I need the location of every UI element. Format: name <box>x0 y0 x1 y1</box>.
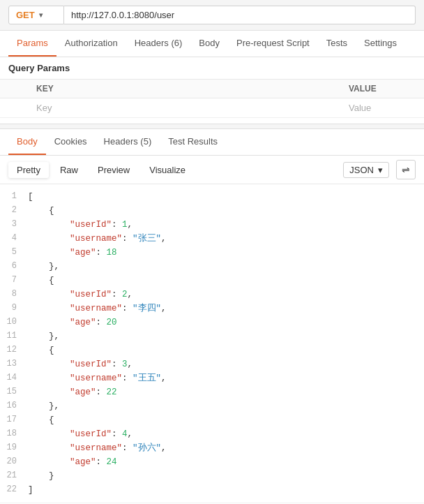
line-content: "age": 22 <box>28 385 117 399</box>
resp-tab-cookies[interactable]: Cookies <box>46 129 96 155</box>
line-content: "userId": 3, <box>28 357 132 371</box>
line-number: 1 <box>3 190 28 203</box>
line-number: 17 <box>3 413 28 427</box>
line-number: 2 <box>3 204 28 217</box>
code-line: 3 "userId": 1, <box>0 218 424 232</box>
code-line: 19 "username": "孙六", <box>0 441 424 455</box>
query-params-label: Query Params <box>0 57 424 79</box>
line-content: "username": "孙六", <box>28 441 167 455</box>
code-line: 9 "username": "李四", <box>0 302 424 316</box>
table-row: Key Value <box>0 98 424 118</box>
line-content: "userId": 4, <box>28 427 132 441</box>
code-line: 7 { <box>0 274 424 288</box>
visualize-button[interactable]: Visualize <box>141 162 194 178</box>
code-line: 14 "username": "王五", <box>0 371 424 385</box>
view-toolbar: Pretty Raw Preview Visualize JSON ▾ ⇌ <box>0 156 424 184</box>
url-bar: GET ▾ <box>0 0 424 31</box>
line-content: "userId": 1, <box>28 218 132 232</box>
line-content: "age": 20 <box>28 316 117 329</box>
line-number: 12 <box>3 343 28 357</box>
line-number: 22 <box>3 483 28 496</box>
format-label: JSON <box>349 165 374 175</box>
params-table: KEY VALUE Key Value <box>0 79 424 118</box>
line-number: 10 <box>3 316 28 329</box>
line-number: 14 <box>3 371 28 385</box>
line-number: 4 <box>3 232 28 245</box>
line-number: 13 <box>3 357 28 371</box>
code-line: 1[ <box>0 190 424 204</box>
line-number: 19 <box>3 441 28 454</box>
resp-tab-body[interactable]: Body <box>8 129 46 155</box>
line-number: 6 <box>3 260 28 273</box>
response-tabs: Body Cookies Headers (5) Test Results <box>0 129 424 156</box>
code-line: 4 "username": "张三", <box>0 232 424 246</box>
line-number: 16 <box>3 399 28 413</box>
key-cell: Key <box>0 98 340 118</box>
line-content: { <box>28 343 54 357</box>
request-tabs: Params Authorization Headers (6) Body Pr… <box>0 31 424 57</box>
method-select[interactable]: GET ▾ <box>8 6 64 24</box>
line-number: 20 <box>3 455 28 468</box>
line-content: { <box>28 274 54 288</box>
wrap-button[interactable]: ⇌ <box>396 160 416 179</box>
preview-button[interactable]: Preview <box>89 162 138 178</box>
tab-authorization[interactable]: Authorization <box>56 31 126 57</box>
line-number: 9 <box>3 302 28 315</box>
section-divider <box>0 124 424 129</box>
line-content: }, <box>28 399 59 413</box>
tab-params[interactable]: Params <box>8 31 56 57</box>
resp-tab-test-results[interactable]: Test Results <box>160 129 226 155</box>
method-label: GET <box>16 10 35 20</box>
code-line: 12 { <box>0 343 424 357</box>
line-number: 15 <box>3 385 28 399</box>
value-column-header: VALUE <box>340 80 424 98</box>
line-content: ] <box>28 483 33 497</box>
code-line: 8 "userId": 2, <box>0 288 424 302</box>
line-number: 7 <box>3 274 28 287</box>
url-input[interactable] <box>64 6 416 24</box>
key-column-header: KEY <box>0 80 340 98</box>
code-line: 16 }, <box>0 399 424 413</box>
code-line: 13 "userId": 3, <box>0 357 424 371</box>
tab-tests[interactable]: Tests <box>318 31 356 57</box>
line-content: { <box>28 204 54 218</box>
code-line: 18 "userId": 4, <box>0 427 424 441</box>
format-select[interactable]: JSON ▾ <box>343 162 389 178</box>
code-line: 2 { <box>0 204 424 218</box>
code-line: 5 "age": 18 <box>0 246 424 260</box>
code-line: 22] <box>0 483 424 497</box>
line-content: { <box>28 413 54 427</box>
wrap-icon: ⇌ <box>402 164 410 175</box>
line-content: "username": "张三", <box>28 232 167 246</box>
line-content: "age": 18 <box>28 246 117 260</box>
code-line: 6 }, <box>0 260 424 274</box>
tab-body[interactable]: Body <box>190 31 228 57</box>
line-number: 21 <box>3 469 28 482</box>
tab-settings[interactable]: Settings <box>356 31 405 57</box>
code-line: 20 "age": 24 <box>0 455 424 469</box>
line-content: [ <box>28 190 33 204</box>
line-content: } <box>28 469 54 483</box>
line-content: "userId": 2, <box>28 288 132 302</box>
code-line: 15 "age": 22 <box>0 385 424 399</box>
resp-tab-headers[interactable]: Headers (5) <box>96 129 160 155</box>
value-cell: Value <box>340 98 424 118</box>
method-chevron: ▾ <box>39 11 43 19</box>
pretty-button[interactable]: Pretty <box>8 162 49 178</box>
line-content: "username": "李四", <box>28 302 167 316</box>
tab-headers[interactable]: Headers (6) <box>126 31 191 57</box>
line-number: 8 <box>3 288 28 301</box>
code-line: 21 } <box>0 469 424 483</box>
line-number: 18 <box>3 427 28 440</box>
code-line: 10 "age": 20 <box>0 316 424 329</box>
response-body: 1[2 {3 "userId": 1,4 "username": "张三",5 … <box>0 184 424 503</box>
code-line: 11 }, <box>0 329 424 343</box>
line-number: 5 <box>3 246 28 259</box>
format-chevron: ▾ <box>378 165 383 175</box>
raw-button[interactable]: Raw <box>52 162 86 178</box>
line-content: }, <box>28 260 59 274</box>
line-content: "age": 24 <box>28 455 117 469</box>
tab-pre-request[interactable]: Pre-request Script <box>228 31 318 57</box>
line-content: "username": "王五", <box>28 371 167 385</box>
line-content: }, <box>28 329 59 343</box>
